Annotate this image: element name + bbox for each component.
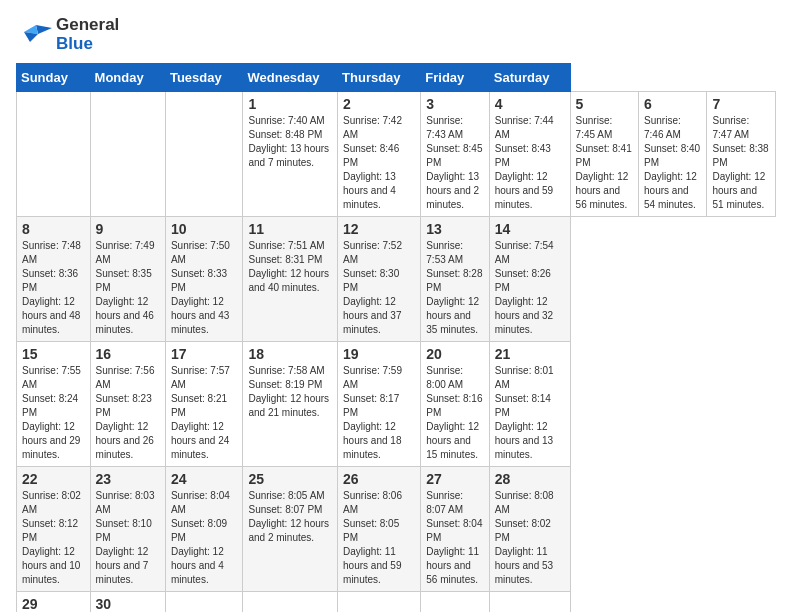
day-cell: 14Sunrise: 7:54 AMSunset: 8:26 PMDayligh… — [489, 217, 570, 342]
day-cell: 7Sunrise: 7:47 AMSunset: 8:38 PMDaylight… — [707, 92, 776, 217]
day-info: Sunrise: 7:58 AMSunset: 8:19 PMDaylight:… — [248, 364, 332, 420]
weekday-header: Sunday — [17, 64, 91, 92]
day-info: Sunrise: 8:05 AMSunset: 8:07 PMDaylight:… — [248, 489, 332, 545]
day-info: Sunrise: 7:52 AMSunset: 8:30 PMDaylight:… — [343, 239, 415, 337]
day-info: Sunrise: 7:56 AMSunset: 8:23 PMDaylight:… — [96, 364, 160, 462]
weekday-header: Tuesday — [165, 64, 243, 92]
day-number: 1 — [248, 96, 332, 112]
day-number: 21 — [495, 346, 565, 362]
day-number: 11 — [248, 221, 332, 237]
empty-cell — [165, 92, 243, 217]
day-cell: 2Sunrise: 7:42 AMSunset: 8:46 PMDaylight… — [338, 92, 421, 217]
calendar-table: SundayMondayTuesdayWednesdayThursdayFrid… — [16, 63, 776, 612]
day-cell: 13Sunrise: 7:53 AMSunset: 8:28 PMDayligh… — [421, 217, 489, 342]
day-number: 26 — [343, 471, 415, 487]
day-number: 2 — [343, 96, 415, 112]
day-cell: 22Sunrise: 8:02 AMSunset: 8:12 PMDayligh… — [17, 467, 91, 592]
day-number: 16 — [96, 346, 160, 362]
day-number: 29 — [22, 596, 85, 612]
svg-marker-0 — [36, 25, 52, 34]
logo: General Blue — [16, 16, 119, 53]
day-info: Sunrise: 7:46 AMSunset: 8:40 PMDaylight:… — [644, 114, 701, 212]
day-cell: 9Sunrise: 7:49 AMSunset: 8:35 PMDaylight… — [90, 217, 165, 342]
day-info: Sunrise: 8:01 AMSunset: 8:14 PMDaylight:… — [495, 364, 565, 462]
day-number: 27 — [426, 471, 483, 487]
day-number: 5 — [576, 96, 633, 112]
day-number: 3 — [426, 96, 483, 112]
day-info: Sunrise: 8:06 AMSunset: 8:05 PMDaylight:… — [343, 489, 415, 587]
page-header: General Blue — [16, 16, 776, 53]
day-info: Sunrise: 7:42 AMSunset: 8:46 PMDaylight:… — [343, 114, 415, 212]
day-number: 23 — [96, 471, 160, 487]
day-cell: 26Sunrise: 8:06 AMSunset: 8:05 PMDayligh… — [338, 467, 421, 592]
day-cell: 8Sunrise: 7:48 AMSunset: 8:36 PMDaylight… — [17, 217, 91, 342]
day-number: 17 — [171, 346, 238, 362]
day-cell: 18Sunrise: 7:58 AMSunset: 8:19 PMDayligh… — [243, 342, 338, 467]
day-number: 8 — [22, 221, 85, 237]
day-number: 10 — [171, 221, 238, 237]
day-cell: 5Sunrise: 7:45 AMSunset: 8:41 PMDaylight… — [570, 92, 638, 217]
day-number: 20 — [426, 346, 483, 362]
day-cell: 11Sunrise: 7:51 AMSunset: 8:31 PMDayligh… — [243, 217, 338, 342]
day-cell: 16Sunrise: 7:56 AMSunset: 8:23 PMDayligh… — [90, 342, 165, 467]
empty-cell — [421, 592, 489, 612]
day-cell: 12Sunrise: 7:52 AMSunset: 8:30 PMDayligh… — [338, 217, 421, 342]
day-number: 18 — [248, 346, 332, 362]
day-info: Sunrise: 7:59 AMSunset: 8:17 PMDaylight:… — [343, 364, 415, 462]
day-cell: 4Sunrise: 7:44 AMSunset: 8:43 PMDaylight… — [489, 92, 570, 217]
empty-cell — [90, 92, 165, 217]
day-cell: 15Sunrise: 7:55 AMSunset: 8:24 PMDayligh… — [17, 342, 91, 467]
day-cell: 28Sunrise: 8:08 AMSunset: 8:02 PMDayligh… — [489, 467, 570, 592]
day-number: 9 — [96, 221, 160, 237]
day-info: Sunrise: 8:08 AMSunset: 8:02 PMDaylight:… — [495, 489, 565, 587]
day-info: Sunrise: 7:51 AMSunset: 8:31 PMDaylight:… — [248, 239, 332, 295]
day-number: 15 — [22, 346, 85, 362]
day-info: Sunrise: 7:49 AMSunset: 8:35 PMDaylight:… — [96, 239, 160, 337]
day-cell: 19Sunrise: 7:59 AMSunset: 8:17 PMDayligh… — [338, 342, 421, 467]
day-info: Sunrise: 8:00 AMSunset: 8:16 PMDaylight:… — [426, 364, 483, 462]
day-info: Sunrise: 7:57 AMSunset: 8:21 PMDaylight:… — [171, 364, 238, 462]
day-cell: 24Sunrise: 8:04 AMSunset: 8:09 PMDayligh… — [165, 467, 243, 592]
day-number: 13 — [426, 221, 483, 237]
empty-cell — [165, 592, 243, 612]
day-number: 6 — [644, 96, 701, 112]
day-cell: 21Sunrise: 8:01 AMSunset: 8:14 PMDayligh… — [489, 342, 570, 467]
day-cell: 27Sunrise: 8:07 AMSunset: 8:04 PMDayligh… — [421, 467, 489, 592]
empty-cell — [338, 592, 421, 612]
day-info: Sunrise: 7:45 AMSunset: 8:41 PMDaylight:… — [576, 114, 633, 212]
day-info: Sunrise: 7:48 AMSunset: 8:36 PMDaylight:… — [22, 239, 85, 337]
day-info: Sunrise: 8:03 AMSunset: 8:10 PMDaylight:… — [96, 489, 160, 587]
day-cell: 30Sunrise: 8:10 AMSunset: 7:58 PMDayligh… — [90, 592, 165, 612]
day-info: Sunrise: 7:54 AMSunset: 8:26 PMDaylight:… — [495, 239, 565, 337]
day-cell: 23Sunrise: 8:03 AMSunset: 8:10 PMDayligh… — [90, 467, 165, 592]
empty-cell — [17, 92, 91, 217]
weekday-header: Thursday — [338, 64, 421, 92]
weekday-header: Monday — [90, 64, 165, 92]
day-cell: 6Sunrise: 7:46 AMSunset: 8:40 PMDaylight… — [639, 92, 707, 217]
day-cell: 25Sunrise: 8:05 AMSunset: 8:07 PMDayligh… — [243, 467, 338, 592]
day-number: 4 — [495, 96, 565, 112]
day-number: 28 — [495, 471, 565, 487]
weekday-header: Friday — [421, 64, 489, 92]
day-number: 22 — [22, 471, 85, 487]
day-number: 7 — [712, 96, 770, 112]
day-info: Sunrise: 7:43 AMSunset: 8:45 PMDaylight:… — [426, 114, 483, 212]
day-cell: 17Sunrise: 7:57 AMSunset: 8:21 PMDayligh… — [165, 342, 243, 467]
day-info: Sunrise: 7:55 AMSunset: 8:24 PMDaylight:… — [22, 364, 85, 462]
day-number: 19 — [343, 346, 415, 362]
day-cell: 20Sunrise: 8:00 AMSunset: 8:16 PMDayligh… — [421, 342, 489, 467]
day-cell: 29Sunrise: 8:09 AMSunset: 8:00 PMDayligh… — [17, 592, 91, 612]
day-info: Sunrise: 7:47 AMSunset: 8:38 PMDaylight:… — [712, 114, 770, 212]
empty-cell — [489, 592, 570, 612]
day-info: Sunrise: 7:50 AMSunset: 8:33 PMDaylight:… — [171, 239, 238, 337]
logo-icon — [16, 20, 52, 50]
weekday-header: Wednesday — [243, 64, 338, 92]
empty-cell — [243, 592, 338, 612]
day-info: Sunrise: 8:02 AMSunset: 8:12 PMDaylight:… — [22, 489, 85, 587]
day-cell: 1Sunrise: 7:40 AMSunset: 8:48 PMDaylight… — [243, 92, 338, 217]
day-cell: 3Sunrise: 7:43 AMSunset: 8:45 PMDaylight… — [421, 92, 489, 217]
day-number: 12 — [343, 221, 415, 237]
day-number: 30 — [96, 596, 160, 612]
weekday-header: Saturday — [489, 64, 570, 92]
day-number: 25 — [248, 471, 332, 487]
